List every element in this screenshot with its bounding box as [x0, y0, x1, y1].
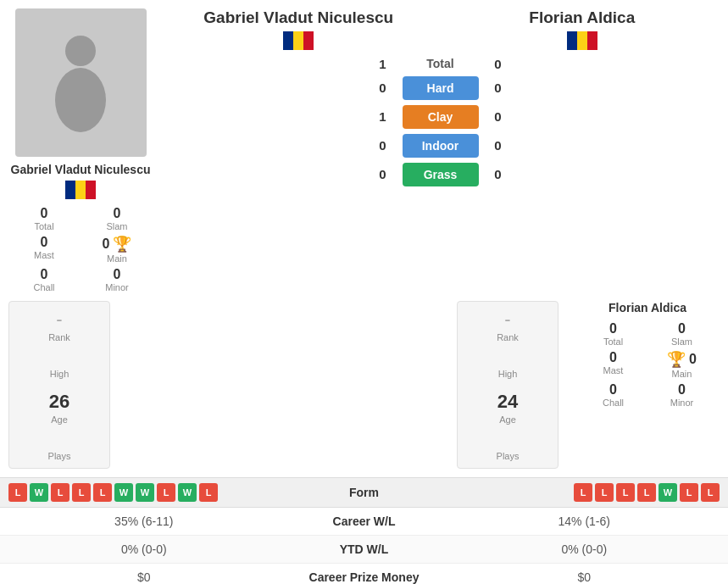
form-badge-left: L [199, 483, 218, 502]
right-stat-main-trophy: 🏆 0 Main [653, 350, 711, 379]
form-badge-left: L [8, 483, 27, 502]
indoor-badge: Indoor [403, 134, 479, 158]
main-container: Gabriel Vladut Niculescu 0 Total 0 Slam … [0, 0, 728, 584]
left-stat-minor: 0 Minor [86, 267, 148, 292]
svg-point-1 [55, 68, 106, 132]
left-stat-main-trophy: 0 🏆 Main [86, 235, 148, 264]
clay-row: 1 Clay 0 [165, 105, 715, 129]
data-center-label-1: YTD W/L [280, 542, 449, 556]
form-badge-right: W [659, 483, 677, 502]
form-badge-right: L [680, 483, 698, 502]
form-badge-left: L [93, 483, 112, 502]
left-stat-slam: 0 Slam [86, 206, 148, 231]
data-rows-container: 35% (6-11) Career W/L 14% (1-6) 0% (0-0)… [0, 508, 728, 584]
left-stat-chall: 0 Chall [13, 267, 75, 292]
clay-badge: Clay [403, 105, 479, 129]
data-left-0: 35% (6-11) [8, 514, 280, 528]
form-badge-left: W [114, 483, 133, 502]
hard-row: 0 Hard 0 [165, 76, 715, 100]
form-badge-right: L [574, 483, 592, 502]
data-center-label-0: Career W/L [280, 514, 449, 528]
right-player-name-small: Florian Aldica [575, 301, 720, 314]
left-stat-card: - Rank High 26 Age Plays [8, 301, 110, 469]
right-card-high: High [466, 354, 549, 379]
form-badge-left: L [51, 483, 69, 502]
total-row: 1 Total 0 [165, 57, 715, 71]
bottom-section: LWLLLWWLWL Form LLLLWLL 35% (6-11) Caree… [0, 477, 728, 584]
match-stats-grid: 1 Total 0 0 Hard 0 1 Clay 0 0 Indoor [157, 57, 724, 186]
svg-point-0 [65, 36, 96, 66]
form-label: Form [280, 486, 449, 499]
form-badge-right: L [616, 483, 635, 502]
player-left: Gabriel Vladut Niculescu 0 Total 0 Slam … [4, 8, 157, 292]
right-stat-card: - Rank High 24 Age Plays [457, 301, 559, 469]
data-right-2: $0 [449, 570, 720, 584]
left-player-name: Gabriel Vladut Niculescu [11, 162, 151, 177]
form-badge-right: L [701, 483, 720, 502]
center-left-name: Gabriel Vladut Niculescu [157, 8, 441, 28]
form-badge-right: L [637, 483, 656, 502]
form-badge-left: W [178, 483, 197, 502]
data-row-2: $0 Career Prize Money $0 [0, 564, 728, 584]
data-left-1: 0% (0-0) [8, 542, 280, 556]
center-right-name: Florian Aldica [441, 8, 725, 28]
left-player-stats: 0 Total 0 Slam 0 Mast 0 🏆 Main [4, 206, 157, 292]
top-wrapper: Gabriel Vladut Niculescu 0 Total 0 Slam … [0, 0, 728, 297]
grass-badge: Grass [403, 163, 479, 186]
data-row-0: 35% (6-11) Career W/L 14% (1-6) [0, 508, 728, 536]
left-stat-mast: 0 Mast [13, 235, 75, 264]
center-spacer [119, 301, 448, 469]
center-section: Gabriel Vladut Niculescu Florian Aldica … [157, 8, 724, 186]
form-badges-right: LLLLWLL [449, 483, 720, 502]
left-card-rank: - Rank [18, 309, 101, 342]
right-card-plays: Plays [466, 437, 549, 461]
data-center-label-2: Career Prize Money [280, 570, 449, 584]
right-stat-slam: 0 Slam [653, 321, 711, 347]
right-stat-minor: 0 Minor [653, 382, 711, 408]
form-badge-left: L [157, 483, 175, 502]
right-stat-total: 0 Total [584, 321, 642, 347]
right-player-outer-stats: Florian Aldica 0 Total 0 Slam 0 Mast 🏆 [571, 301, 724, 469]
mid-stats-wrapper: - Rank High 26 Age Plays - Rank [0, 297, 728, 473]
right-stat-chall: 0 Chall [584, 382, 642, 408]
right-stat-mast: 0 Mast [584, 350, 642, 379]
form-badge-left: W [136, 483, 154, 502]
form-row: LWLLLWWLWL Form LLLLWLL [0, 478, 728, 508]
form-badge-right: L [595, 483, 614, 502]
hard-badge: Hard [403, 76, 479, 100]
right-card-age: 24 Age [466, 391, 549, 425]
left-card-high: High [18, 354, 101, 379]
form-badges-left: LWLLLWWLWL [8, 483, 280, 502]
right-player-stats: 0 Total 0 Slam 0 Mast 🏆 0 Main [575, 321, 720, 408]
trophy-icon-left: 🏆 [113, 235, 131, 253]
indoor-row: 0 Indoor 0 [165, 134, 715, 158]
data-row-1: 0% (0-0) YTD W/L 0% (0-0) [0, 536, 728, 564]
form-badge-left: L [72, 483, 91, 502]
trophy-icon-right: 🏆 [667, 350, 686, 369]
right-card-rank: - Rank [466, 309, 549, 342]
left-card-age: 26 Age [18, 391, 101, 425]
data-left-2: $0 [8, 570, 280, 584]
form-badge-left: W [30, 483, 48, 502]
left-avatar [15, 8, 147, 157]
data-right-1: 0% (0-0) [449, 542, 720, 556]
grass-row: 0 Grass 0 [165, 163, 715, 186]
left-card-plays: Plays [18, 437, 101, 461]
left-stat-total: 0 Total [13, 206, 75, 231]
data-right-0: 14% (1-6) [449, 514, 720, 528]
